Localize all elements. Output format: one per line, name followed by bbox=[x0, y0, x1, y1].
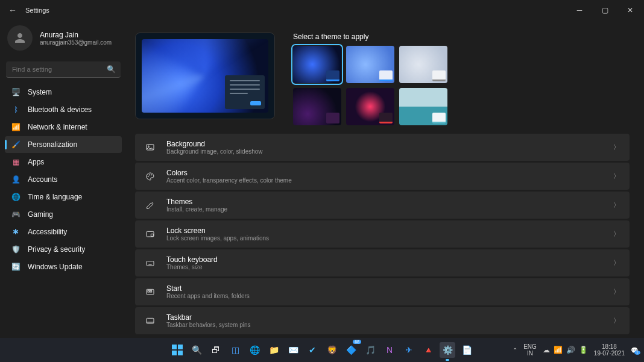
setting-row-touchkb[interactable]: Touch keyboard Themes, size 〉 bbox=[135, 249, 630, 276]
clock[interactable]: 18:18 19-07-2021 bbox=[594, 343, 625, 357]
sidebar-item-privacy[interactable]: 🛡️Privacy & security bbox=[5, 241, 122, 258]
setting-title: Lock screen bbox=[166, 226, 602, 235]
sidebar: Anurag Jain anuragjain353@gmail.com 🔍 🖥️… bbox=[0, 20, 127, 338]
start-icon bbox=[145, 287, 156, 297]
setting-subtitle: Taskbar behaviors, system pins bbox=[166, 322, 602, 328]
brave-icon[interactable]: 🦁 bbox=[324, 342, 339, 358]
taskbar-search-icon[interactable]: 🔍 bbox=[189, 342, 204, 358]
lockscreen-icon bbox=[145, 229, 156, 239]
system-tray[interactable]: ☁ 📶 🔊 🔋 bbox=[543, 346, 588, 354]
sidebar-item-system[interactable]: 🖥️System bbox=[5, 84, 122, 101]
app-badge-icon[interactable]: 🔷 bbox=[343, 342, 359, 358]
language-indicator[interactable]: ENG IN bbox=[523, 343, 537, 357]
svg-rect-12 bbox=[172, 345, 177, 349]
svg-point-1 bbox=[148, 146, 149, 147]
setting-row-background[interactable]: Background Background image, color, slid… bbox=[135, 134, 630, 161]
setting-title: Colors bbox=[166, 169, 602, 177]
todo-icon[interactable]: ✔ bbox=[305, 342, 320, 358]
setting-row-colors[interactable]: Colors Accent color, transparency effect… bbox=[135, 163, 630, 190]
setting-title: Touch keyboard bbox=[166, 255, 602, 264]
chevron-right-icon: 〉 bbox=[613, 258, 620, 267]
update-icon: 🔄 bbox=[11, 262, 21, 272]
taskbar: 🔍 🗗 ◫ 🌐 📁 ✉️ ✔ 🦁 🔷 🎵 N ✈ 🔺 ⚙️ 📄 ⌃ ENG IN… bbox=[0, 338, 644, 362]
sidebar-item-gaming[interactable]: 🎮Gaming bbox=[5, 206, 122, 223]
onenote-icon[interactable]: N bbox=[382, 342, 397, 358]
theme-thumb-4[interactable] bbox=[293, 88, 341, 125]
chevron-right-icon: 〉 bbox=[613, 229, 620, 239]
user-block[interactable]: Anurag Jain anuragjain353@gmail.com bbox=[5, 23, 122, 59]
close-button[interactable]: ✕ bbox=[625, 6, 636, 14]
accessibility-icon: ✱ bbox=[11, 227, 21, 237]
explorer-icon[interactable]: 📁 bbox=[266, 342, 282, 358]
theme-thumb-6[interactable] bbox=[399, 88, 447, 125]
sidebar-item-time[interactable]: 🌐Time & language bbox=[5, 189, 122, 205]
word-icon[interactable]: 📄 bbox=[459, 342, 475, 358]
accounts-icon: 👤 bbox=[11, 175, 21, 184]
system-icon: 🖥️ bbox=[11, 87, 21, 97]
setting-row-start[interactable]: Start Recent apps and items, folders 〉 bbox=[135, 278, 630, 305]
widgets-icon[interactable]: ◫ bbox=[227, 342, 243, 358]
nav: 🖥️SystemᛒBluetooth & devices📶Network & i… bbox=[5, 84, 122, 275]
app-icon[interactable]: 🔺 bbox=[420, 342, 436, 358]
touchkb-icon bbox=[145, 258, 156, 268]
settings-list: Background Background image, color, slid… bbox=[135, 134, 630, 334]
battery-icon[interactable]: 🔋 bbox=[579, 346, 588, 354]
time-icon: 🌐 bbox=[11, 192, 21, 202]
page-title: Personalization bbox=[135, 20, 630, 24]
user-name: Anurag Jain bbox=[40, 31, 112, 39]
sidebar-item-update[interactable]: 🔄Windows Update bbox=[5, 258, 122, 275]
sidebar-item-label: Gaming bbox=[28, 210, 53, 219]
sidebar-item-label: System bbox=[28, 88, 52, 96]
setting-subtitle: Recent apps and items, folders bbox=[166, 293, 602, 299]
volume-icon[interactable]: 🔊 bbox=[566, 346, 575, 354]
theme-thumb-1[interactable] bbox=[293, 46, 341, 83]
svg-rect-6 bbox=[151, 234, 153, 236]
setting-subtitle: Accent color, transparency effects, colo… bbox=[166, 177, 602, 184]
setting-title: Start bbox=[166, 284, 602, 293]
settings-taskbar-icon[interactable]: ⚙️ bbox=[440, 342, 455, 358]
taskbar-center: 🔍 🗗 ◫ 🌐 📁 ✉️ ✔ 🦁 🔷 🎵 N ✈ 🔺 ⚙️ 📄 bbox=[169, 342, 475, 358]
edge-icon[interactable]: 🌐 bbox=[247, 342, 262, 358]
wifi-icon[interactable]: 📶 bbox=[554, 346, 563, 354]
search-icon[interactable]: 🔍 bbox=[107, 65, 116, 73]
back-button[interactable]: ← bbox=[8, 5, 17, 15]
setting-row-taskbar[interactable]: Taskbar Taskbar behaviors, system pins 〉 bbox=[135, 307, 630, 334]
task-view-icon[interactable]: 🗗 bbox=[208, 342, 224, 358]
chevron-right-icon: 〉 bbox=[613, 172, 620, 181]
theme-thumb-2[interactable] bbox=[346, 46, 394, 83]
theme-grid bbox=[293, 46, 630, 125]
sidebar-item-label: Privacy & security bbox=[28, 245, 85, 254]
chevron-right-icon: 〉 bbox=[613, 287, 620, 296]
sidebar-item-bluetooth[interactable]: ᛒBluetooth & devices bbox=[5, 101, 122, 118]
minimize-button[interactable]: ─ bbox=[574, 6, 585, 14]
start-icon[interactable] bbox=[169, 342, 185, 358]
search-input[interactable] bbox=[6, 61, 121, 78]
telegram-icon[interactable]: ✈ bbox=[401, 342, 417, 358]
setting-subtitle: Themes, size bbox=[166, 264, 602, 270]
theme-thumb-5[interactable] bbox=[346, 88, 394, 125]
setting-row-themes[interactable]: Themes Install, create, manage 〉 bbox=[135, 192, 630, 219]
mock-window bbox=[225, 75, 265, 109]
sidebar-item-label: Bluetooth & devices bbox=[28, 105, 92, 114]
setting-row-lockscreen[interactable]: Lock screen Lock screen images, apps, an… bbox=[135, 220, 630, 248]
sidebar-item-label: Accounts bbox=[28, 175, 57, 184]
onedrive-icon[interactable]: ☁ bbox=[543, 346, 550, 354]
sidebar-item-accounts[interactable]: 👤Accounts bbox=[5, 171, 122, 188]
titlebar: ← Settings ─ ▢ ✕ bbox=[0, 0, 644, 20]
theme-thumb-3[interactable] bbox=[399, 46, 447, 83]
avatar bbox=[7, 25, 33, 51]
sidebar-item-network[interactable]: 📶Network & internet bbox=[5, 119, 122, 136]
sidebar-item-personalization[interactable]: 🖌️Personalization bbox=[5, 136, 122, 153]
chevron-right-icon: 〉 bbox=[613, 316, 620, 325]
sidebar-item-accessibility[interactable]: ✱Accessibility bbox=[5, 223, 122, 240]
setting-title: Themes bbox=[166, 198, 602, 206]
svg-rect-13 bbox=[178, 345, 183, 349]
music-icon[interactable]: 🎵 bbox=[362, 342, 378, 358]
notification-icon[interactable]: 💬1 bbox=[631, 347, 638, 354]
tray-chevron-icon[interactable]: ⌃ bbox=[513, 347, 517, 354]
mail-icon[interactable]: ✉️ bbox=[285, 342, 301, 358]
maximize-button[interactable]: ▢ bbox=[599, 6, 610, 14]
sidebar-item-apps[interactable]: ▦Apps bbox=[5, 154, 122, 170]
background-icon bbox=[145, 143, 156, 152]
user-email: anuragjain353@gmail.com bbox=[40, 39, 112, 46]
